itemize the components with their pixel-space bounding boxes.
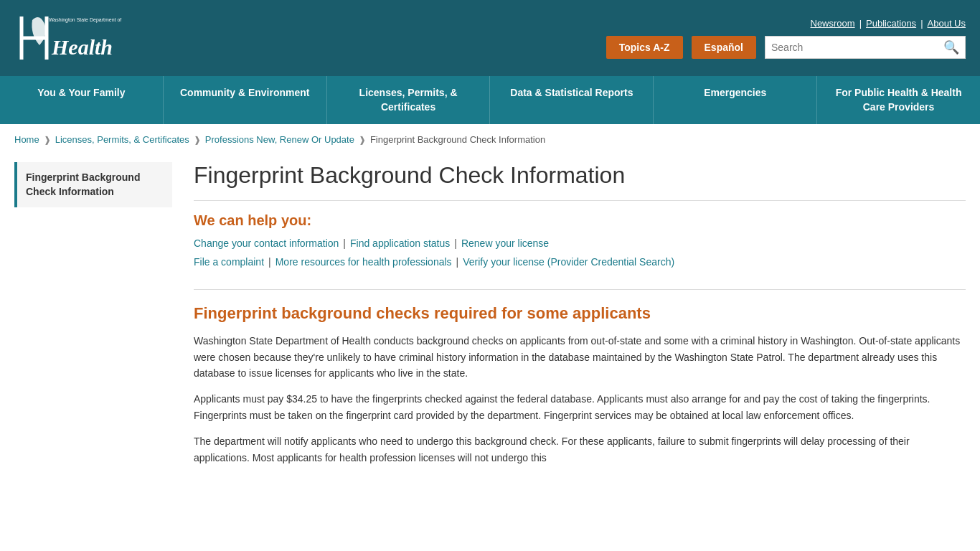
- file-complaint-link[interactable]: File a complaint: [194, 256, 264, 268]
- links2-sep1: |: [268, 256, 271, 268]
- main-content: Fingerprint Background Check Information…: [194, 155, 966, 476]
- sep1: |: [859, 18, 862, 29]
- header-top: Washington State Department of Health Ne…: [0, 0, 980, 76]
- nav-item-public-health[interactable]: For Public Health & Health Care Provider…: [817, 76, 980, 124]
- nav-item-you-family[interactable]: You & Your Family: [0, 76, 164, 124]
- nav-item-community[interactable]: Community & Environment: [164, 76, 327, 124]
- main-nav: You & Your Family Community & Environmen…: [0, 76, 980, 124]
- chevron-icon-1: ❱: [44, 135, 51, 145]
- search-button[interactable]: 🔍: [943, 39, 959, 55]
- search-icon: 🔍: [943, 40, 959, 55]
- top-links: Newsroom | Publications | About Us: [811, 18, 966, 29]
- links-sep2: |: [454, 237, 457, 249]
- chevron-icon-3: ❱: [359, 135, 366, 145]
- chevron-icon-2: ❱: [194, 135, 201, 145]
- paragraph-2: Applicants must pay $34.25 to have the f…: [194, 391, 966, 423]
- renew-license-link[interactable]: Renew your license: [461, 237, 549, 249]
- verify-license-link[interactable]: Verify your license (Provider Credential…: [463, 256, 674, 268]
- breadcrumb-licenses[interactable]: Licenses, Permits, & Certificates: [55, 134, 189, 145]
- topics-az-button[interactable]: Topics A-Z: [606, 36, 683, 59]
- header-right: Newsroom | Publications | About Us Topic…: [606, 18, 966, 59]
- svg-text:Washington State Department of: Washington State Department of: [49, 17, 121, 23]
- logo-area: Washington State Department of Health: [14, 6, 143, 70]
- espanol-button[interactable]: Español: [692, 36, 756, 59]
- sidebar-fingerprint-item[interactable]: Fingerprint Background Check Information: [14, 162, 172, 207]
- section1-heading: Fingerprint background checks required f…: [194, 304, 966, 323]
- breadcrumb-professions[interactable]: Professions New, Renew Or Update: [205, 134, 354, 145]
- logo: Washington State Department of Health: [14, 6, 143, 70]
- newsroom-link[interactable]: Newsroom: [811, 18, 855, 29]
- search-input[interactable]: [771, 42, 943, 53]
- content-wrapper: Fingerprint Background Check Information…: [0, 155, 980, 504]
- nav-item-emergencies[interactable]: Emergencies: [654, 76, 817, 124]
- header-actions: Topics A-Z Español 🔍: [606, 36, 966, 59]
- search-bar: 🔍: [765, 36, 966, 59]
- breadcrumb-home[interactable]: Home: [14, 134, 39, 145]
- help-links-row1: Change your contact information | Find a…: [194, 237, 966, 249]
- change-contact-link[interactable]: Change your contact information: [194, 237, 339, 249]
- links-sep1: |: [343, 237, 346, 249]
- paragraph-1: Washington State Department of Health co…: [194, 333, 966, 381]
- help-links-row2: File a complaint | More resources for he…: [194, 256, 966, 268]
- find-application-link[interactable]: Find application status: [350, 237, 450, 249]
- svg-text:Health: Health: [51, 35, 113, 59]
- breadcrumb: Home ❱ Licenses, Permits, & Certificates…: [0, 124, 980, 155]
- breadcrumb-current: Fingerprint Background Check Information: [370, 134, 545, 145]
- sep2: |: [920, 18, 923, 29]
- help-section: We can help you: Change your contact inf…: [194, 212, 966, 290]
- publications-link[interactable]: Publications: [866, 18, 916, 29]
- nav-item-licenses[interactable]: Licenses, Permits, & Certificates: [327, 76, 491, 124]
- page-title: Fingerprint Background Check Information: [194, 162, 966, 201]
- help-heading: We can help you:: [194, 212, 966, 229]
- about-us-link[interactable]: About Us: [928, 18, 966, 29]
- nav-item-data[interactable]: Data & Statistical Reports: [490, 76, 654, 124]
- more-resources-link[interactable]: More resources for health professionals: [275, 256, 452, 268]
- links2-sep2: |: [456, 256, 459, 268]
- sidebar: Fingerprint Background Check Information: [14, 162, 172, 476]
- paragraph-3: The department will notify applicants wh…: [194, 433, 966, 466]
